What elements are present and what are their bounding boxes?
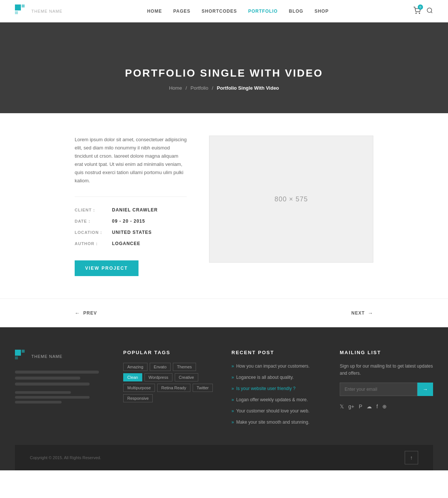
next-link[interactable]: NEXT → (351, 310, 373, 316)
post-title-3: Is your website user friendly ? (236, 385, 296, 392)
client-value: DANIEL CRAWLER (112, 204, 187, 216)
tag-retina-ready[interactable]: Retina Ready (157, 384, 190, 392)
meta-author-row: AUTHOR : LOGANCEE (75, 238, 187, 249)
meta-client-row: CLIENT : DANIEL CRAWLER (75, 204, 187, 216)
rss-icon[interactable]: ☁ (367, 403, 372, 409)
facebook-icon[interactable]: f (376, 403, 378, 409)
svg-rect-6 (15, 350, 21, 356)
tag-cloud: Amazing Envato Themes Clean Wordpress Cr… (123, 363, 217, 402)
recent-post-2[interactable]: » Logancee is all about quality. (231, 374, 325, 381)
recent-post-title: RECENT POST (231, 350, 325, 355)
client-label: CLIENT : (75, 204, 112, 216)
footer-logo-text: THEME NAME (31, 354, 62, 359)
location-label: LOCATION : (75, 227, 112, 238)
location-value: UNITED STATES (112, 227, 187, 238)
date-label: DATE : (75, 216, 112, 227)
main-nav: HOME PAGES SHORTCODES PORTFOLIO BLOG SHO… (147, 9, 329, 14)
email-form: → (340, 383, 433, 396)
content-right: 800 × 575 (209, 136, 373, 263)
recent-post-3[interactable]: » Is your website user friendly ? (231, 385, 325, 392)
breadcrumb-home[interactable]: Home (169, 85, 182, 91)
recent-post-5[interactable]: » Your customer should love your web. (231, 408, 325, 414)
instagram-icon[interactable]: ⊕ (382, 403, 387, 409)
logo-icon (15, 4, 28, 18)
footer-social: 𝕏 g+ P ☁ f ⊕ (340, 403, 433, 409)
footer-contact-line-2 (15, 396, 90, 399)
site-footer: THEME NAME POPULAR TAGS Amazing Envato T… (0, 327, 448, 470)
date-value: 09 - 20 - 2015 (112, 216, 187, 227)
footer-desc-line-3 (15, 383, 90, 386)
meta-divider (75, 197, 187, 197)
mailing-desc: Sign up for our mailing list to get late… (340, 363, 433, 377)
svg-point-4 (419, 13, 420, 14)
site-header: THEME NAME HOME PAGES SHORTCODES PORTFOL… (0, 0, 448, 22)
post-arrow-icon-6: » (231, 420, 234, 425)
search-icon[interactable] (426, 7, 433, 15)
content-left: Lorem ipsum dolor sit amet, consectetuer… (75, 136, 187, 276)
footer-logo[interactable]: THEME NAME (15, 350, 108, 363)
tag-twitter[interactable]: Twitter (193, 384, 213, 392)
prev-arrow-icon: ← (75, 310, 80, 316)
view-project-button[interactable]: VIEW PROJECT (75, 260, 139, 276)
google-plus-icon[interactable]: g+ (348, 403, 354, 409)
tag-envato[interactable]: Envato (150, 363, 171, 371)
prev-link[interactable]: ← PREV (75, 310, 97, 316)
next-label: NEXT (351, 310, 365, 316)
svg-rect-7 (22, 350, 25, 353)
pinterest-icon[interactable]: P (359, 403, 362, 409)
nav-shortcodes[interactable]: SHORTCODES (202, 9, 237, 14)
meta-location-row: LOCATION : UNITED STATES (75, 227, 187, 238)
footer-desc-line-2 (15, 377, 80, 380)
post-arrow-icon-1: » (231, 364, 234, 369)
nav-blog[interactable]: BLOG (289, 9, 304, 14)
post-title-2: Logancee is all about quality. (236, 374, 294, 381)
cart-badge: 0 (418, 4, 423, 10)
footer-contact-lines (15, 391, 108, 403)
post-title-1: How you can impact your customers. (236, 363, 310, 369)
tag-wordpress[interactable]: Wordpress (144, 373, 172, 381)
post-arrow-icon-2: » (231, 375, 234, 380)
post-arrow-icon-4: » (231, 397, 234, 402)
recent-post-6[interactable]: » Make your site smooth and stunning. (231, 419, 325, 426)
footer-recent-col: RECENT POST » How you can impact your cu… (231, 350, 325, 430)
nav-shop[interactable]: SHOP (314, 9, 329, 14)
hero-section: PORTFOLIO SINGLE WITH VIDEO Home / Portf… (0, 22, 448, 113)
footer-logo-icon (15, 350, 28, 363)
post-navigation: ← PREV NEXT → (0, 299, 448, 327)
nav-home[interactable]: HOME (147, 9, 162, 14)
footer-about-col: THEME NAME (15, 350, 108, 430)
recent-post-1[interactable]: » How you can impact your customers. (231, 363, 325, 369)
nav-portfolio[interactable]: PORTFOLIO (248, 9, 278, 14)
breadcrumb-portfolio[interactable]: Portfolio (190, 85, 208, 91)
tag-amazing[interactable]: Amazing (123, 363, 147, 371)
nav-pages[interactable]: PAGES (173, 9, 190, 14)
svg-point-5 (427, 8, 432, 12)
scroll-top-button[interactable]: ↑ (405, 451, 418, 464)
svg-rect-0 (15, 4, 21, 10)
breadcrumb: Home / Portfolio / Portfolio Single With… (15, 85, 433, 91)
logo-text: THEME NAME (31, 9, 62, 13)
breadcrumb-current: Portfolio Single With Video (217, 85, 279, 91)
footer-bottom: Copyright © 2015. All Rights Reserved. ↑ (15, 445, 433, 470)
tag-themes[interactable]: Themes (173, 363, 196, 371)
email-submit-button[interactable]: → (417, 383, 433, 396)
cart-icon[interactable]: 0 (413, 7, 421, 15)
twitter-icon[interactable]: 𝕏 (340, 403, 344, 409)
footer-contact-line-3 (15, 401, 62, 403)
tag-creative[interactable]: Creative (175, 373, 198, 381)
logo[interactable]: THEME NAME (15, 4, 62, 18)
tag-multipurpose[interactable]: Multipurpose (123, 384, 155, 392)
footer-tags-col: POPULAR TAGS Amazing Envato Themes Clean… (123, 350, 217, 430)
tag-responsive[interactable]: Responsive (123, 394, 153, 402)
email-input[interactable] (340, 383, 417, 396)
post-title-4: Logan offer weekly updates & more. (236, 396, 308, 403)
post-title-6: Make your site smooth and stunning. (236, 419, 309, 426)
description: Lorem ipsum dolor sit amet, consectetuer… (75, 136, 187, 185)
svg-point-3 (416, 13, 417, 14)
footer-mailing-col: MAILING LIST Sign up for our mailing lis… (340, 350, 433, 430)
recent-post-4[interactable]: » Logan offer weekly updates & more. (231, 396, 325, 403)
page-title: PORTFOLIO SINGLE WITH VIDEO (15, 67, 433, 79)
tag-clean[interactable]: Clean (123, 373, 142, 381)
portfolio-image: 800 × 575 (209, 136, 373, 263)
footer-desc-lines (15, 371, 108, 386)
